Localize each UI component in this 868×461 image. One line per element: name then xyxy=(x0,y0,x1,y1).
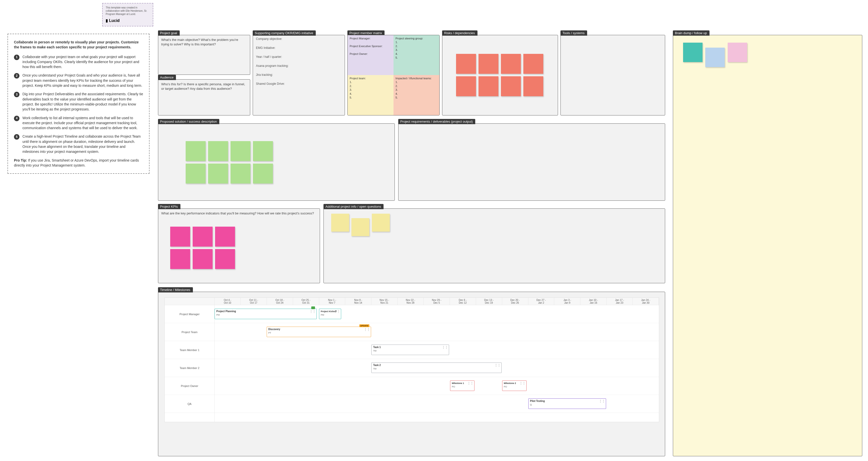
status-chip xyxy=(311,306,315,309)
drag-handle-icon[interactable]: ⋮⋮ xyxy=(467,381,473,385)
frame-okr[interactable]: Supporting company OKR/EMG initiative Co… xyxy=(253,35,345,116)
task-card[interactable]: ⋮⋮ Pilot Testing Q xyxy=(528,398,606,409)
sticky-note[interactable] xyxy=(215,249,235,269)
drag-handle-icon[interactable]: ⋮⋮ xyxy=(494,363,500,367)
sticky-note[interactable] xyxy=(253,163,273,184)
timeline-col: Jan 17 -Jan 23 xyxy=(607,298,633,305)
timeline-col: Nov 29 -Dec 5 xyxy=(424,298,450,305)
sticky-note[interactable] xyxy=(456,54,476,74)
instructions-step: Dig into your Project Deliverables and t… xyxy=(14,92,143,112)
frame-label: Brain dump / follow up xyxy=(673,30,710,36)
instructions-step: Work collectively to list all internal s… xyxy=(14,116,143,131)
timeline-col: Dec 27 -Jan 2 xyxy=(528,298,555,305)
instructions-lead: Collaborate in person or remotely to vis… xyxy=(14,40,143,50)
sticky-note[interactable] xyxy=(523,54,543,74)
task-card[interactable]: ⋮⋮ Task 2 TM xyxy=(371,363,501,373)
sticky-note[interactable] xyxy=(523,76,543,96)
sticky-note[interactable] xyxy=(478,76,498,96)
sticky-note[interactable] xyxy=(253,141,273,161)
sticky-note[interactable] xyxy=(456,76,476,96)
sticky-note[interactable] xyxy=(193,249,213,269)
drag-handle-icon[interactable]: ⋮⋮ xyxy=(519,381,525,385)
sticky-note[interactable] xyxy=(230,163,250,184)
instructions-step: Once you understand your Project Goals a… xyxy=(14,73,143,88)
sticky-note[interactable] xyxy=(170,249,190,269)
frame-tools[interactable]: Tools / systems xyxy=(560,35,665,116)
drag-handle-icon[interactable]: ⋮⋮ xyxy=(310,309,315,313)
sticky-note[interactable] xyxy=(331,214,349,232)
sticky-note[interactable] xyxy=(208,141,228,161)
instructions-protip: Pro Tip: If you use Jira, Smartsheet or … xyxy=(14,158,143,168)
frame-audience[interactable]: Audience Who's this for? Is there a spec… xyxy=(158,79,250,116)
instructions-step: Collaborate with your project team on wh… xyxy=(14,54,143,69)
frame-label: Risks / dependencies xyxy=(442,30,477,36)
sticky-note[interactable] xyxy=(683,43,703,62)
frame-label: Supporting company OKR/EMG initiative xyxy=(253,30,316,36)
timeline-col: Dec 6 -Dec 12 xyxy=(450,298,476,305)
task-card[interactable]: ⋮⋮ Milestone 2 PO xyxy=(502,380,527,391)
sticky-note[interactable] xyxy=(186,141,206,161)
frame-member-matrix[interactable]: Project member matrix Project Manager: P… xyxy=(347,35,440,116)
frame-body: Who's this for? Is there a specific pers… xyxy=(158,80,250,93)
timeline-col: Nov 8 -Nov 14 xyxy=(345,298,371,305)
timeline-col: Jan 10 -Jan 16 xyxy=(581,298,607,305)
frame-label: Project KPIs xyxy=(158,204,180,209)
sticky-note[interactable] xyxy=(170,227,190,247)
lucid-logo: ▮ Lucid xyxy=(106,18,150,24)
sticky-note[interactable] xyxy=(705,48,725,67)
timeline-col: Oct 11 -Oct 17 xyxy=(241,298,267,305)
frame-label: Project member matrix xyxy=(347,30,384,36)
drag-handle-icon[interactable]: ⋮⋮ xyxy=(442,345,448,349)
sticky-note[interactable] xyxy=(501,76,521,96)
task-card[interactable]: UPDATE ⋮⋮ Discovery PT xyxy=(267,327,371,337)
sticky-note[interactable] xyxy=(186,163,206,184)
frame-braindump[interactable]: Brain dump / follow up xyxy=(673,35,862,456)
sticky-note[interactable] xyxy=(351,218,369,236)
sticky-note[interactable] xyxy=(501,54,521,74)
mm-steering: Project steering group: 1. 2. 3. 4. 5. xyxy=(394,35,439,75)
task-card[interactable]: ⋮⋮ Task 1 TM xyxy=(371,344,449,355)
timeline-roles: Project Manager Project Team Team Member… xyxy=(165,305,215,422)
timeline-col: Nov 15 -Nov 21 xyxy=(371,298,398,305)
task-card[interactable]: ⋮⋮ Project Kickoff PM xyxy=(319,309,341,319)
timeline-col: Oct 25 -Oct 31 xyxy=(293,298,319,305)
drag-handle-icon[interactable]: ⋮⋮ xyxy=(364,327,370,331)
instructions-step: Create a high-level Project Timeline and… xyxy=(14,134,143,154)
sticky-note[interactable] xyxy=(478,54,498,74)
sticky-note[interactable] xyxy=(193,227,213,247)
sticky-note[interactable] xyxy=(728,43,747,62)
timeline-table[interactable]: Oct 4 -Oct 10 Oct 11 -Oct 17 Oct 18 -Oct… xyxy=(164,298,659,422)
instructions-list: Collaborate with your project team on wh… xyxy=(14,54,143,154)
sticky-note[interactable] xyxy=(372,214,390,232)
frame-risks[interactable]: Risks / dependencies xyxy=(442,35,558,116)
frame-additional[interactable]: Additional project info / open questions xyxy=(323,209,665,283)
timeline-grid: ⋮⋮ Project Planning PM ⋮⋮ Project Kickof… xyxy=(215,305,659,422)
timeline-col: Oct 18 -Oct 24 xyxy=(267,298,293,305)
timeline-col: Oct 4 -Oct 10 xyxy=(215,298,241,305)
status-chip: UPDATE xyxy=(359,325,369,327)
okr-fields: Company objective: EMG Initiative: Year … xyxy=(256,37,342,113)
timeline-col: Jan 24 -Jan 30 xyxy=(633,298,659,305)
frame-proposed[interactable]: Proposed solution / success description xyxy=(158,123,395,201)
mm-team: Project team: 1. 2. 3. 4. 5. xyxy=(348,75,394,115)
attribution-text: This template was created in collaborati… xyxy=(106,6,150,16)
task-card[interactable]: ⋮⋮ Project Planning PM xyxy=(215,309,317,319)
attribution-box: This template was created in collaborati… xyxy=(102,3,153,26)
drag-handle-icon[interactable]: ⋮⋮ xyxy=(599,399,605,403)
drag-handle-icon[interactable]: ⋮⋮ xyxy=(334,309,340,313)
frame-timeline[interactable]: Timeline / Milestones Oct 4 -Oct 10 Oct … xyxy=(158,292,665,456)
frame-project-goal[interactable]: Project goal What's the main objective? … xyxy=(158,35,250,75)
sticky-note[interactable] xyxy=(230,141,250,161)
timeline-col: Nov 22 -Nov 28 xyxy=(398,298,424,305)
sticky-note[interactable] xyxy=(208,163,228,184)
frame-label: Timeline / Milestones xyxy=(158,287,193,293)
timeline-col: Jan 3 -Jan 9 xyxy=(554,298,581,305)
frame-body: What's the main objective? What's the pr… xyxy=(158,35,250,49)
timeline-col: Dec 13 -Dec 19 xyxy=(476,298,502,305)
frame-requirements[interactable]: Project requirements / deliverables (pro… xyxy=(398,123,665,201)
sticky-note[interactable] xyxy=(215,227,235,247)
frame-kpis[interactable]: Project KPIs What are the key performanc… xyxy=(158,209,320,283)
timeline-col: Dec 20 -Dec 26 xyxy=(502,298,528,305)
task-card[interactable]: ⋮⋮ Milestone 1 PO xyxy=(450,380,474,391)
timeline-col: Nov 1 -Nov 7 xyxy=(319,298,345,305)
